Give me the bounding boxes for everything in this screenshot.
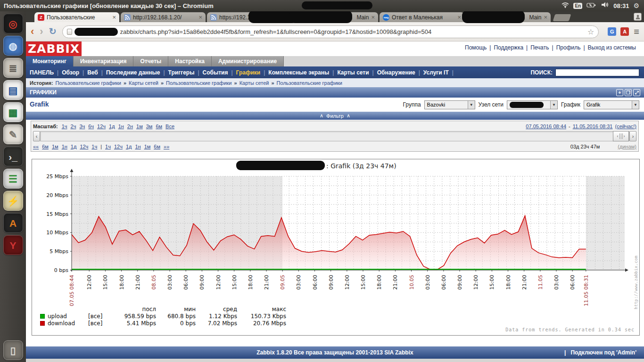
dictionary-extension-icon[interactable]: A	[620, 27, 629, 36]
calc-launcher-icon[interactable]: ▦	[3, 102, 23, 122]
fullscreen-icon[interactable]: ⤢	[633, 89, 640, 96]
main-menu-tab-3[interactable]: Настройка	[168, 56, 212, 66]
bookmark-star-icon[interactable]: ☆	[587, 27, 594, 36]
browser-tab-2[interactable]: https://192.16×	[207, 12, 292, 22]
history-link-4[interactable]: Пользовательские графики	[277, 80, 342, 86]
history-link-3[interactable]: Карты сетей	[239, 80, 269, 86]
clock[interactable]: 08:31	[613, 2, 629, 9]
sub-menu-link-8[interactable]: Карты сети	[337, 69, 369, 76]
close-icon[interactable]: ×	[544, 14, 547, 20]
app-blue-launcher-icon[interactable]: ◍	[3, 36, 23, 56]
volume-icon[interactable]	[601, 1, 609, 10]
browser-tab-4[interactable]: nagОтвет в Маленькая×	[380, 12, 464, 22]
scale-link-11[interactable]: Все	[165, 123, 174, 129]
writer-launcher-icon[interactable]: ▤	[3, 80, 23, 100]
scale-link-5[interactable]: 1д	[109, 123, 115, 129]
host-select[interactable]: ▼	[507, 100, 558, 109]
move-right-link-2[interactable]: 1д	[126, 144, 132, 149]
timeline-scroll-track[interactable]: ‹›	[40, 131, 629, 141]
app-dark-red-launcher-icon[interactable]: ◎	[3, 14, 23, 33]
profile-icon[interactable]	[634, 13, 642, 21]
sub-menu-link-1[interactable]: Обзор	[62, 69, 79, 76]
sub-menu-link-2[interactable]: Веб	[87, 69, 98, 76]
move-left-link-5[interactable]: 1ч	[91, 144, 97, 149]
slideshow-icon[interactable]: ❐	[625, 89, 632, 96]
scale-link-9[interactable]: 3м	[146, 123, 153, 129]
period-now-link[interactable]: (сейчас!)	[615, 123, 637, 129]
session-gear-icon[interactable]: ⚙	[633, 2, 639, 9]
history-link-0[interactable]: Пользовательские графики	[56, 80, 121, 86]
period-to-link[interactable]: 11.05.2016 08:31	[573, 123, 613, 129]
graph-select[interactable]: Grafik ▼	[584, 100, 639, 109]
move-right-link-0[interactable]: 1ч	[105, 144, 111, 149]
main-menu-tab-1[interactable]: Инвентаризация	[74, 56, 134, 66]
move-left-link-3[interactable]: 1д	[71, 144, 77, 149]
move-left-link-1[interactable]: 1м	[52, 144, 58, 149]
trash-launcher-icon[interactable]: ▯	[3, 340, 23, 360]
keyboard-layout-indicator[interactable]: En	[573, 3, 582, 9]
period-from-link[interactable]: 07.05.2016 08:44	[526, 123, 566, 129]
menu-icon[interactable]: ≡	[634, 26, 639, 37]
wine-launcher-icon[interactable]: Y	[3, 235, 23, 255]
sub-menu-link-10[interactable]: Услуги IT	[423, 69, 449, 76]
top-link-4[interactable]: Выход из системы	[588, 44, 636, 51]
move-right-link-3[interactable]: 1н	[135, 144, 140, 149]
main-menu-tab-4[interactable]: Администрирование	[212, 56, 284, 66]
top-link-2[interactable]: Печать	[530, 44, 549, 51]
browser-tab-3[interactable]: Main×	[293, 12, 378, 22]
top-link-1[interactable]: Поддержка	[494, 44, 523, 51]
move-right-link-4[interactable]: 1м	[144, 144, 151, 149]
filter-toggle-bar[interactable]: ∧ Фильтр ∧	[26, 112, 644, 120]
top-link-0[interactable]: Помощь	[465, 44, 487, 51]
sub-menu-link-3[interactable]: Последние данные	[106, 69, 160, 76]
scale-link-2[interactable]: 3ч	[79, 123, 85, 129]
url-text[interactable]: zabbix/charts.php?sid=15a86eb2dde4f5fb&f…	[120, 28, 585, 35]
app-a-launcher-icon[interactable]: A	[3, 213, 23, 233]
move-prev-link[interactable]: ««	[33, 144, 39, 149]
browser-tab-5[interactable]: Main×	[466, 12, 551, 22]
reload-icon[interactable]: ↻	[49, 26, 57, 37]
server-stack-launcher-icon[interactable]: ☰	[3, 169, 23, 189]
scale-link-8[interactable]: 1м	[136, 123, 143, 129]
search-input[interactable]	[555, 69, 639, 76]
move-next-link[interactable]: »»	[164, 144, 169, 149]
sub-menu-link-6[interactable]: Графики	[236, 69, 261, 76]
move-right-link-1[interactable]: 12ч	[114, 144, 123, 149]
zabbix-logo[interactable]: ZABBIX	[26, 41, 82, 56]
dynamic-link[interactable]: (динам)	[618, 144, 636, 149]
history-link-1[interactable]: Карты сетей	[129, 80, 158, 86]
sub-menu-link-7[interactable]: Комплексные экраны	[268, 69, 329, 76]
browser-tab-0[interactable]: ZПользовательские×	[34, 12, 119, 22]
scale-link-1[interactable]: 2ч	[71, 123, 76, 129]
sub-menu-link-0[interactable]: ПАНЕЛЬ	[30, 69, 54, 76]
terminal-launcher-icon[interactable]: ›_	[3, 147, 23, 166]
timeline-scroll-handle[interactable]: ‹›	[613, 131, 629, 141]
add-favourite-icon[interactable]: +	[616, 89, 623, 96]
scale-link-10[interactable]: 6м	[156, 123, 162, 129]
move-left-link-0[interactable]: 6м	[42, 144, 49, 149]
wifi-icon[interactable]	[561, 1, 569, 10]
close-icon[interactable]: ×	[457, 14, 461, 20]
move-left-link-2[interactable]: 1н	[62, 144, 67, 149]
scale-link-7[interactable]: 2н	[127, 123, 133, 129]
translate-extension-icon[interactable]: G	[608, 27, 616, 36]
close-icon[interactable]: ×	[112, 14, 116, 20]
sub-menu-link-9[interactable]: Обнаружение	[377, 69, 415, 76]
browser-tab-1[interactable]: http://192.168.1.20/×	[121, 12, 206, 22]
move-right-link-5[interactable]: 6м	[154, 144, 160, 149]
files-launcher-icon[interactable]: ≣	[3, 58, 23, 78]
move-left-link-4[interactable]: 12ч	[80, 144, 88, 149]
scale-link-4[interactable]: 12ч	[97, 123, 106, 129]
scale-link-3[interactable]: 6ч	[88, 123, 94, 129]
battery-icon[interactable]	[586, 1, 596, 10]
scale-link-6[interactable]: 1н	[118, 123, 124, 129]
main-menu-tab-2[interactable]: Отчеты	[133, 56, 168, 66]
timeline-scroll-right-button[interactable]: ›	[629, 131, 636, 141]
top-link-3[interactable]: Профиль	[556, 44, 581, 51]
scale-link-0[interactable]: 1ч	[62, 123, 67, 129]
keys-launcher-icon[interactable]: ⚡	[3, 191, 23, 211]
address-bar[interactable]: zabbix/charts.php?sid=15a86eb2dde4f5fb&f…	[62, 25, 599, 38]
close-icon[interactable]: ×	[198, 14, 202, 20]
history-link-2[interactable]: Пользовательские графики	[166, 80, 231, 86]
sub-menu-link-4[interactable]: Триггеры	[168, 69, 195, 76]
